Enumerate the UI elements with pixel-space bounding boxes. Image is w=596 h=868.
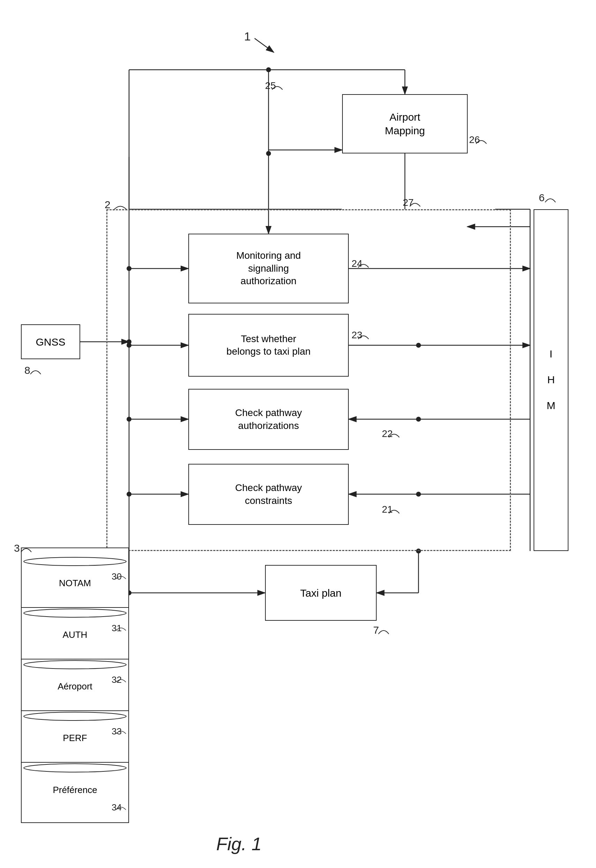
db-perf-label: PERF [63, 732, 87, 744]
bracket-27-icon [408, 199, 422, 208]
ihm-label: I H M [544, 348, 558, 413]
cylinder-notam-top-icon [22, 556, 128, 567]
bracket-33-icon [115, 728, 127, 736]
cylinder-preference-top-icon [22, 763, 128, 773]
monitoring-label: Monitoring and signalling authorization [236, 249, 301, 287]
bracket-30-icon [115, 573, 127, 581]
cylinder-aeroport-top-icon [22, 660, 128, 670]
monitoring-box: Monitoring and signalling authorization [188, 234, 349, 303]
bracket-26-icon [474, 136, 488, 146]
label-1: 1 [244, 30, 251, 43]
airport-mapping-box: Airport Mapping [342, 94, 468, 154]
bracket-31-icon [115, 624, 127, 633]
svg-line-43 [255, 38, 274, 52]
svg-point-30 [266, 151, 271, 156]
db-notam: NOTAM [22, 556, 128, 608]
ihm-box: I H M [534, 209, 568, 551]
svg-point-49 [24, 764, 126, 772]
svg-point-34 [266, 67, 271, 72]
bracket-23-icon [356, 331, 370, 341]
db-auth-label: AUTH [63, 629, 87, 641]
bracket-25-icon [270, 82, 284, 92]
db-outer-box: NOTAM AUTH Aéroport PERF [21, 548, 129, 823]
bracket-22-icon [387, 430, 401, 439]
label-2: 2 [105, 199, 111, 211]
svg-point-47 [24, 660, 126, 669]
pathway-auth-label: Check pathway authorizations [235, 407, 302, 432]
bracket-21-icon [387, 506, 401, 515]
svg-point-46 [24, 609, 126, 617]
bracket-34-icon [115, 803, 127, 812]
bracket-6-icon [543, 193, 557, 204]
bracket-24-icon [356, 260, 370, 270]
db-aeroport: Aéroport [22, 660, 128, 711]
cylinder-perf-top-icon [22, 711, 128, 722]
pathway-constraints-box: Check pathway constraints [188, 464, 349, 525]
cylinder-auth-top-icon [22, 608, 128, 618]
gnss-box: GNSS [21, 324, 80, 359]
arrow-1-icon [251, 35, 279, 56]
bracket-7-icon [377, 625, 391, 636]
db-notam-label: NOTAM [59, 577, 91, 589]
gnss-label: GNSS [35, 335, 65, 349]
db-auth: AUTH [22, 608, 128, 660]
db-preference-label: Préférence [53, 784, 97, 796]
bracket-3-icon [19, 543, 33, 554]
bracket-32-icon [115, 676, 127, 684]
taxi-plan-test-box: Test whether belongs to taxi plan [188, 314, 349, 376]
svg-point-45 [24, 557, 126, 565]
diagram: 1 2 Airport Mapping Monitoring and signa… [0, 0, 596, 868]
svg-point-48 [24, 712, 126, 720]
pathway-constraints-label: Check pathway constraints [235, 481, 302, 507]
taxi-plan-label: Taxi plan [300, 586, 341, 600]
bracket-8-icon [29, 366, 43, 376]
airport-mapping-label: Airport Mapping [385, 110, 425, 137]
db-aeroport-label: Aéroport [58, 681, 92, 692]
db-perf: PERF [22, 711, 128, 763]
taxi-plan-test-label: Test whether belongs to taxi plan [226, 333, 310, 358]
fig-caption: Fig. 1 [216, 834, 261, 855]
pathway-auth-box: Check pathway authorizations [188, 389, 349, 450]
taxi-plan-box: Taxi plan [265, 565, 377, 621]
